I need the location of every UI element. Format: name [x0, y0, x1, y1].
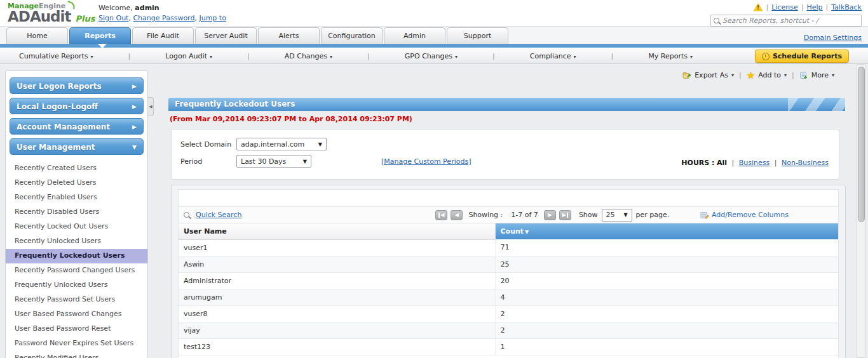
sidebar-item-recently-deleted-users[interactable]: Recently Deleted Users	[6, 176, 147, 190]
sidebar-section-local-logon-logoff[interactable]: Local Logon-Logoff▶	[10, 98, 144, 114]
tab-bar: HomeReportsFile AuditServer AuditAlertsC…	[6, 27, 510, 44]
sidebar-item-recently-modified-users[interactable]: Recently Modified Users	[6, 351, 147, 358]
sidebar-section-user-management[interactable]: User Management▼	[10, 138, 144, 155]
showing-label: Showing :	[468, 211, 503, 219]
domain-settings-link[interactable]: Domain Settings	[804, 34, 862, 42]
app-logo[interactable]: ManageEngine ADAudit Plus	[8, 2, 95, 25]
tab-admin[interactable]: Admin	[384, 27, 445, 44]
separator: |	[739, 71, 742, 79]
subnav-item-my-reports[interactable]: My Reports▾	[648, 52, 693, 60]
sidebar-item-recently-created-users[interactable]: Recently Created Users	[6, 161, 147, 176]
schedule-reports-button[interactable]: Schedule Reports	[755, 50, 849, 63]
hours-non-business-option[interactable]: Non-Business	[782, 159, 829, 167]
page-size-select[interactable]: 25▼	[602, 209, 632, 222]
link-jump-to[interactable]: Jump to	[199, 14, 226, 22]
sidebar: User Logon Reports▶Local Logon-Logoff▶Ac…	[5, 70, 148, 358]
vertical-scrollbar[interactable]	[857, 64, 866, 358]
separator: |	[766, 3, 769, 11]
subnav-item-cumulative-reports[interactable]: Cumulative Reports▾	[19, 52, 93, 60]
column-header-user-name[interactable]: User Name	[179, 223, 495, 239]
add-remove-columns-button[interactable]: Add/Remove Columns	[700, 211, 789, 219]
cell-count: 4	[495, 289, 838, 305]
separator: |	[732, 159, 735, 167]
subnav-item-ad-changes[interactable]: AD Changes▾	[285, 52, 332, 60]
sidebar-item-recently-password-set-users[interactable]: Recently Password Set Users	[6, 293, 147, 307]
tab-home[interactable]: Home	[6, 27, 68, 44]
sidebar-item-recently-unlocked-users[interactable]: Recently Unlocked Users	[6, 234, 147, 249]
tab-support[interactable]: Support	[447, 27, 508, 44]
first-page-button[interactable]: ◀	[435, 210, 447, 220]
product-plus: Plus	[75, 14, 95, 23]
sidebar-item-frequently-lockedout-users[interactable]: Frequently Lockedout Users	[6, 249, 147, 263]
cell-count: 1	[495, 338, 838, 355]
link-license[interactable]: License	[771, 3, 797, 11]
dropdown-caret-icon: ▾	[330, 54, 332, 60]
sort-desc-icon: ▼	[525, 229, 529, 235]
table-row[interactable]: test1231	[179, 338, 838, 355]
sidebar-section-account-management[interactable]: Account Management▶	[10, 118, 144, 135]
sidebar-collapse-handle[interactable]: ◀	[148, 97, 154, 116]
sidebar-item-recently-enabled-users[interactable]: Recently Enabled Users	[6, 190, 147, 205]
sidebar-item-recently-password-changed-users[interactable]: Recently Password Changed Users	[6, 263, 147, 278]
tab-zone: HomeReportsFile AuditServer AuditAlertsC…	[0, 27, 868, 44]
table-row[interactable]: Aswin25	[179, 256, 838, 272]
domain-select[interactable]: adap.internal.com▼	[236, 138, 327, 150]
more-button[interactable]: More▾	[799, 71, 834, 79]
tab-configuration[interactable]: Configuration	[321, 27, 383, 44]
sidebar-section-user-logon-reports[interactable]: User Logon Reports▶	[10, 77, 144, 94]
manage-custom-periods-link[interactable]: [Manage Custom Periods]	[381, 157, 471, 166]
cell-user-name: Administrator	[179, 272, 495, 289]
tab-alerts[interactable]: Alerts	[258, 27, 320, 44]
report-title-bar: Frequently Lockedout Users	[168, 98, 845, 111]
subnav-item-logon-audit[interactable]: Logon Audit▾	[165, 52, 212, 60]
subnav-item-compliance[interactable]: Compliance▾	[530, 52, 576, 60]
scrollbar-thumb[interactable]	[858, 67, 865, 222]
sidebar-item-recently-disabled-users[interactable]: Recently Disabled Users	[6, 205, 147, 220]
table-row[interactable]: Administrator20	[179, 272, 838, 289]
tab-reports[interactable]: Reports	[69, 27, 131, 44]
export-icon	[682, 72, 691, 79]
column-header-count[interactable]: Count▼	[495, 223, 838, 239]
cell-user-name: arumugam	[179, 289, 495, 305]
previous-page-button[interactable]: ◀	[451, 210, 463, 220]
warning-icon[interactable]: !	[754, 3, 763, 11]
chevron-right-icon: ▶	[132, 98, 137, 115]
link-help[interactable]: Help	[806, 3, 822, 11]
dropdown-caret-icon: ▾	[574, 54, 576, 60]
table-row[interactable]: arumugam4	[179, 289, 838, 305]
lockout-table: User NameCount▼ vuser171Aswin25Administr…	[179, 223, 838, 355]
link-talkback[interactable]: TalkBack	[831, 3, 862, 11]
table-row[interactable]: vijay2	[179, 322, 838, 338]
last-page-button[interactable]: ▶	[559, 210, 571, 220]
link-change-password[interactable]: Change Password	[133, 14, 194, 22]
sidebar-item-frequently-unlocked-users[interactable]: Frequently Unlocked Users	[6, 278, 147, 293]
add-to-button[interactable]: ★ Add to▾	[747, 71, 787, 79]
sidebar-item-recently-locked-out-users[interactable]: Recently Locked Out Users	[6, 220, 147, 234]
search-input[interactable]	[722, 17, 858, 25]
separator: |	[775, 159, 777, 167]
period-select-value: Last 30 Days	[241, 157, 286, 166]
showing-range: 1-7 of 7	[511, 211, 538, 219]
separator: |	[247, 52, 250, 60]
sidebar-item-password-never-expires-set-users[interactable]: Password Never Expires Set Users	[6, 336, 147, 351]
quick-search-button[interactable]: Quick Search	[184, 211, 241, 219]
table-row[interactable]: vuser82	[179, 305, 838, 322]
separator: |	[792, 71, 794, 79]
more-label: More	[811, 71, 829, 79]
link-sign-out[interactable]: Sign Out	[98, 14, 128, 22]
sidebar-item-user-based-password-reset[interactable]: User Based Password Reset	[6, 322, 147, 336]
cell-user-name: test123	[179, 338, 495, 355]
session-links: Sign Out, Change Password, Jump to	[98, 13, 226, 23]
tab-file-audit[interactable]: File Audit	[132, 27, 194, 44]
next-page-button[interactable]: ▶	[544, 210, 556, 220]
dropdown-caret-icon: ▾	[784, 72, 787, 78]
hours-all-option[interactable]: All	[717, 159, 727, 167]
sidebar-item-user-based-password-changes[interactable]: User Based Password Changes	[6, 307, 147, 322]
export-as-button[interactable]: Export As▾	[682, 71, 734, 79]
hours-business-option[interactable]: Business	[739, 159, 770, 167]
tab-server-audit[interactable]: Server Audit	[195, 27, 257, 44]
table-row[interactable]: vuser171	[179, 239, 838, 256]
period-select[interactable]: Last 30 Days▼	[236, 155, 311, 168]
table-header-row: User NameCount▼	[179, 223, 838, 239]
subnav-item-gpo-changes[interactable]: GPO Changes▾	[405, 52, 458, 60]
